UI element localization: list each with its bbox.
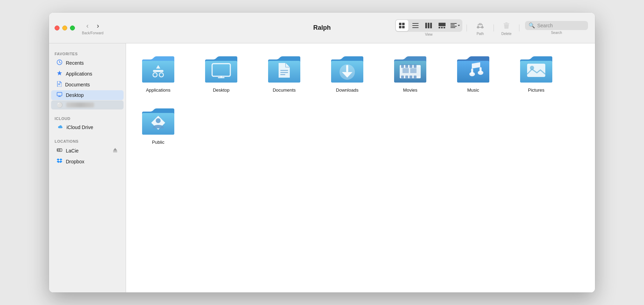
- svg-point-54: [469, 72, 475, 76]
- back-button[interactable]: ‹: [83, 21, 92, 30]
- window-title: Ralph: [313, 24, 331, 31]
- applications-folder-label: Applications: [146, 87, 170, 93]
- separator-2: [493, 24, 494, 31]
- content-area: Applications: [126, 43, 595, 292]
- favorites-label: Favorites: [49, 49, 126, 57]
- delete-label: Delete: [502, 32, 512, 36]
- recents-label: Recents: [66, 60, 84, 66]
- svg-rect-36: [280, 74, 285, 75]
- svg-rect-24: [58, 85, 60, 85]
- svg-rect-0: [399, 23, 401, 25]
- view-gallery-button[interactable]: [436, 20, 448, 31]
- svg-rect-56: [527, 64, 545, 77]
- svg-rect-34: [280, 70, 288, 71]
- pictures-folder-label: Pictures: [528, 87, 545, 93]
- folder-item-public[interactable]: Public: [137, 107, 179, 145]
- main-area: Favorites Recents Applications: [49, 43, 595, 292]
- lacie-eject-button[interactable]: [112, 147, 118, 154]
- svg-rect-35: [280, 72, 288, 73]
- view-icon-button[interactable]: [396, 20, 408, 31]
- blurred-label: [66, 102, 94, 107]
- icloud-label: iCloud: [49, 114, 126, 122]
- view-more-button[interactable]: [449, 20, 462, 31]
- svg-point-55: [478, 71, 483, 75]
- folder-item-applications[interactable]: Applications: [137, 55, 179, 93]
- minimize-button[interactable]: [62, 26, 67, 30]
- svg-rect-16: [450, 26, 457, 27]
- svg-point-58: [156, 118, 161, 123]
- svg-rect-4: [412, 23, 419, 24]
- dropbox-icon: [57, 158, 62, 165]
- svg-rect-30: [113, 151, 117, 152]
- documents-label: Documents: [65, 82, 90, 87]
- svg-rect-38: [346, 65, 348, 72]
- folder-grid: Applications: [137, 55, 584, 145]
- search-icon: 🔍: [528, 22, 535, 29]
- svg-rect-2: [399, 26, 401, 28]
- delete-button[interactable]: [499, 20, 513, 31]
- documents-folder-icon: [267, 55, 302, 84]
- applications-icon: [57, 70, 62, 77]
- sidebar-item-icloud-drive[interactable]: iCloud Drive: [51, 122, 124, 132]
- sidebar-item-blurred: ⚪: [51, 100, 124, 109]
- folder-item-pictures[interactable]: Pictures: [515, 55, 557, 93]
- music-folder-label: Music: [467, 87, 479, 93]
- svg-rect-1: [402, 23, 405, 25]
- sidebar-item-documents[interactable]: Documents: [51, 79, 124, 90]
- public-folder-icon: [141, 107, 176, 136]
- forward-button[interactable]: ›: [93, 21, 103, 30]
- desktop-label: Desktop: [66, 92, 84, 98]
- folder-item-documents[interactable]: Documents: [263, 55, 305, 93]
- finder-window: ‹ › Back/Forward Ralph: [49, 13, 595, 292]
- separator-1: [467, 24, 467, 31]
- svg-rect-10: [439, 23, 446, 26]
- svg-marker-29: [113, 148, 117, 151]
- svg-rect-15: [450, 24, 455, 25]
- svg-rect-50: [402, 68, 409, 73]
- sidebar-item-desktop[interactable]: Desktop: [51, 90, 124, 100]
- svg-rect-25: [57, 92, 62, 96]
- svg-rect-7: [425, 23, 427, 28]
- folder-item-music[interactable]: Music: [452, 55, 494, 93]
- sidebar-item-recents[interactable]: Recents: [51, 58, 124, 68]
- recents-icon: [57, 59, 62, 66]
- svg-rect-48: [410, 76, 412, 79]
- close-button[interactable]: [55, 26, 59, 30]
- lacie-label: LaCie: [66, 148, 79, 154]
- sidebar-item-dropbox[interactable]: Dropbox: [51, 156, 124, 166]
- view-column-button[interactable]: [422, 20, 435, 31]
- desktop-folder-icon: [204, 55, 239, 84]
- svg-rect-8: [428, 23, 429, 28]
- folder-item-downloads[interactable]: Downloads: [326, 55, 368, 93]
- folder-item-desktop[interactable]: Desktop: [200, 55, 242, 93]
- separator-3: [519, 24, 519, 31]
- lacie-left: LaCie: [57, 148, 79, 154]
- folder-item-movies[interactable]: Movies: [389, 55, 431, 93]
- svg-rect-13: [443, 27, 445, 28]
- svg-rect-14: [450, 23, 457, 24]
- icloud-icon: [57, 124, 63, 130]
- maximize-button[interactable]: [70, 26, 75, 30]
- svg-rect-42: [401, 64, 404, 68]
- path-label: Path: [477, 32, 484, 36]
- path-button[interactable]: [472, 20, 488, 31]
- sidebar: Favorites Recents Applications: [49, 43, 126, 292]
- search-label: Search: [551, 31, 562, 35]
- delete-section: Delete: [498, 20, 515, 36]
- svg-rect-17: [450, 27, 455, 28]
- sidebar-item-lacie[interactable]: LaCie: [51, 145, 124, 156]
- svg-rect-51: [410, 68, 416, 73]
- svg-rect-45: [414, 64, 416, 68]
- svg-rect-49: [414, 76, 416, 79]
- path-section: Path: [471, 20, 489, 36]
- traffic-lights: [55, 26, 75, 30]
- svg-rect-5: [412, 25, 419, 26]
- search-box[interactable]: 🔍 Search: [525, 21, 588, 30]
- search-placeholder-text: Search: [537, 23, 553, 28]
- applications-label: Applications: [66, 71, 92, 77]
- view-list-button[interactable]: [409, 20, 422, 31]
- sidebar-item-applications[interactable]: Applications: [51, 69, 124, 79]
- titlebar: ‹ › Back/Forward Ralph: [49, 13, 595, 43]
- documents-icon: [57, 81, 62, 88]
- svg-rect-23: [58, 84, 60, 84]
